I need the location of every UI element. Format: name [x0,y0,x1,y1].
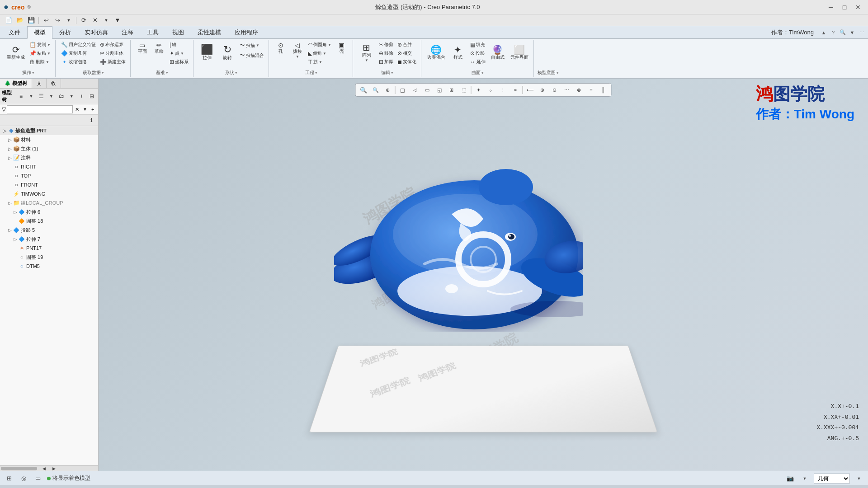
tab-model[interactable]: 模型 [27,26,52,39]
new-file-button[interactable]: 📄 [4,16,14,25]
fill-button[interactable]: ▦填充 [468,41,487,49]
scroll-left-button[interactable]: ◀ [39,464,49,471]
window-dropdown[interactable]: ▼ [101,16,111,25]
tab-view[interactable]: 视图 [165,26,191,39]
tree-item-body[interactable]: ▷ 📦 主体 (1) [0,144,98,153]
tab-apps[interactable]: 应用程序 [228,26,265,39]
tab-annotation[interactable]: 注释 [115,26,140,39]
tree-horizontal-scrollbar[interactable]: ◀ ▶ [0,465,98,471]
project-button[interactable]: ⊙投影 [468,49,487,57]
tree-item-extrude7[interactable]: ▷ 🔷 拉伸 7 [0,235,98,244]
redo-button[interactable]: ↪ [52,16,62,25]
ribbon-collapse-down[interactable]: ▼ [848,28,857,37]
zoom-in-button[interactable]: 🔍 [358,84,369,95]
tree-filter-button[interactable]: 🗂 [57,92,66,101]
style-button[interactable]: ✦ 样式 [448,41,468,64]
minimize-button[interactable]: ─ [825,2,837,13]
search-dropdown-icon[interactable]: ▼ [81,106,88,113]
revolve-button[interactable]: ↻ 旋转 [217,41,237,64]
group-surface-expand[interactable]: ▾ [481,70,484,75]
tree-item-timwong[interactable]: ▷ ⚡ TIMWONG [0,189,98,198]
trim-button[interactable]: ✂修剪 [377,41,395,49]
new-body-button[interactable]: ➕新建主体 [98,58,127,66]
body-expand-icon[interactable]: ▷ [7,146,13,151]
thicken-button[interactable]: ⊟加厚 [377,58,395,66]
merge-button[interactable]: ⊕合并 [396,41,418,49]
viewport[interactable]: 🔍 🔍 ⊕ ◻ ◁ ▭ ◱ ⊞ ⬚ ✦ ⬦ ⋮ ≈ ⟵ ⊕ ⊖ ⋯ ⊗ ≡ ║ … [99,79,868,471]
paste-button[interactable]: 📌粘贴▼ [28,49,52,57]
shell-button[interactable]: ▣ 壳 [334,41,350,56]
materials-expand-icon[interactable]: ▷ [7,137,13,142]
annotate-button[interactable]: ✦ [473,84,485,95]
tree-add-button[interactable]: + [77,92,86,101]
realtime-render-button[interactable]: ⊕ [537,84,548,95]
view-orient-button[interactable]: ◁ [409,84,421,95]
model-tree-toggle-button[interactable]: ⊗ [573,84,585,95]
extend-button[interactable]: ↔延伸 [468,58,487,66]
tree-item-root[interactable]: ▷ ◈ 鲸鱼造型.PRT [0,126,98,135]
close-window-button[interactable]: ✕ [90,16,100,25]
tree-search-input[interactable] [7,105,73,113]
tree-settings-dropdown[interactable]: ▼ [27,92,36,101]
camera-status-button[interactable]: 📷 [785,474,796,483]
display-style-button[interactable]: ◱ [434,84,445,95]
annotation-expand-icon[interactable]: ▷ [7,155,13,160]
rib-button[interactable]: ⊤筋▼ [306,58,333,66]
sketch-button[interactable]: ✏ 草绘 [151,41,167,56]
save-button[interactable]: 💾 [26,16,36,25]
boundary-blend-button[interactable]: 🌐 边界混合 [425,41,448,64]
intersect-button[interactable]: ⊗相交 [396,49,418,57]
delete-button[interactable]: 🗑删除▼ [28,58,52,66]
group-operations-expand[interactable]: ▾ [32,70,34,75]
spin-button[interactable]: ⬦ [485,84,497,95]
ribbon-help[interactable]: ? [829,28,838,37]
graphics-settings-button[interactable]: ⋯ [561,84,573,95]
extrude6-expand-icon[interactable]: ▷ [13,209,18,215]
geometry-select[interactable]: 几何 [814,474,850,483]
component-interface-button[interactable]: ⬜ 元件界面 [508,41,531,64]
panel-tab-collect[interactable]: 收 [47,79,61,88]
tree-item-annotation[interactable]: ▷ 📝 注释 [0,153,98,162]
zoom-out-button[interactable]: 🔍 [370,84,382,95]
group-shape-expand[interactable]: ▾ [235,70,237,75]
regen-button[interactable]: ⟳ [79,16,89,25]
user-defined-feature-button[interactable]: 🔧用户定义特征 [59,41,98,49]
undo-button[interactable]: ↩ [41,16,51,25]
camera-button[interactable]: ⟵ [524,84,536,95]
copy-button[interactable]: 📋复制▼ [28,41,52,49]
tab-file[interactable]: 文件 [2,26,27,39]
scroll-right-button[interactable]: ▶ [49,464,59,471]
close-button[interactable]: ✕ [852,2,864,13]
regenerate-button[interactable]: ⟳ 重新生成 [5,41,27,64]
section-button[interactable]: ⊞ [446,84,458,95]
tree-item-front[interactable]: ▷ ○ FRONT [0,180,98,189]
axis-button[interactable]: |轴 [168,41,190,49]
tree-item-local-group[interactable]: ▷ 📁 组LOCAL_GROUP [0,198,98,207]
plane-button[interactable]: ▭ 平面 [134,41,151,56]
search-clear-icon[interactable]: ✕ [74,106,80,113]
tree-settings-button[interactable]: ≡ [16,92,25,101]
sweep-button[interactable]: 〜扫描▼ [238,41,266,50]
local-group-expand-icon[interactable]: ▷ [7,200,13,206]
tree-item-top[interactable]: ▷ ○ TOP [0,171,98,180]
extrude-button[interactable]: ⬛ 拉伸 [197,41,217,64]
split-body-button[interactable]: ✂分割主体 [98,49,127,57]
copy-geometry-button[interactable]: 🔷复制几何 [59,49,98,57]
zoom-fit-button[interactable]: ⊕ [382,84,394,95]
extrude7-expand-icon[interactable]: ▷ [13,236,18,242]
tree-item-extrude6[interactable]: ▷ 🔷 拉伸 6 [0,207,98,216]
tab-simulation[interactable]: 实时仿真 [78,26,115,39]
group-model-intent-expand[interactable]: ▾ [557,70,559,75]
tree-item-dtm5[interactable]: ▷ ○ DTM5 [0,262,98,271]
search-add-icon[interactable]: + [90,106,96,113]
datum-display-button[interactable]: ⋮ [497,84,509,95]
project5-expand-icon[interactable]: ▷ [7,227,13,233]
tree-info-button[interactable]: ℹ [86,116,96,125]
open-file-button[interactable]: 📂 [15,16,25,25]
group-datum-expand[interactable]: ▾ [166,70,168,75]
status-target-button[interactable]: ◎ [18,474,29,483]
status-grid-button[interactable]: ⊞ [4,474,14,483]
tags-button[interactable]: ≈ [509,84,521,95]
group-engineering-expand[interactable]: ▾ [315,70,317,75]
pattern-button[interactable]: ⊞ 阵列▼ [357,41,377,64]
